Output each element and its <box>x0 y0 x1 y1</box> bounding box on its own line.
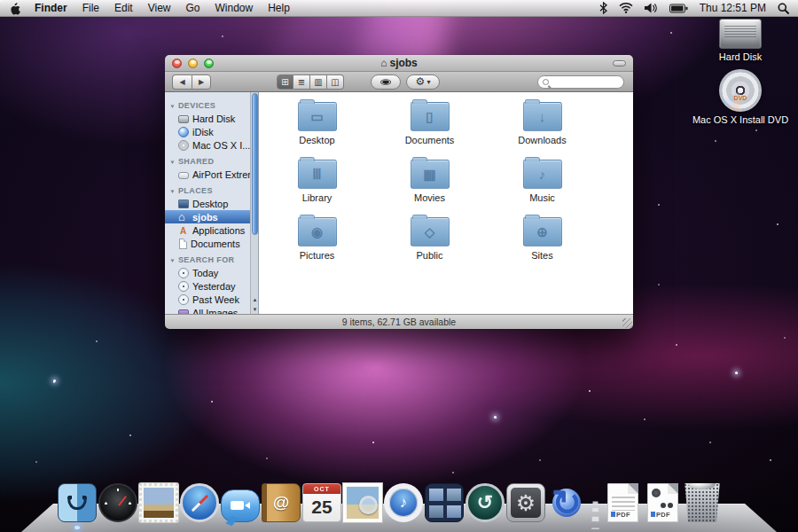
software-update-dock-icon[interactable]: ↻ <box>547 483 586 522</box>
disclosure-triangle-icon[interactable]: ▼ <box>169 257 176 262</box>
desktop-icon-label: Hard Disk <box>688 51 793 62</box>
folder-movies[interactable]: ▦Movies <box>373 157 486 215</box>
sidebar-item-all-images[interactable]: All Images <box>165 306 250 314</box>
system-preferences-dock-icon[interactable]: ⚙ <box>506 483 545 522</box>
wifi-icon[interactable] <box>619 3 633 13</box>
menu-finder[interactable]: Finder <box>35 2 67 14</box>
back-button[interactable] <box>172 74 192 90</box>
menu-help[interactable]: Help <box>268 2 290 14</box>
status-bar: 9 items, 62.71 GB available <box>165 314 633 329</box>
scroll-down-arrow[interactable]: ▼ <box>253 307 258 312</box>
preview-dock-icon[interactable] <box>343 483 382 522</box>
folder-documents[interactable]: ▯Documents <box>373 99 486 157</box>
itunes-dock-icon[interactable]: ♪ <box>384 483 423 522</box>
icon-view-button[interactable] <box>277 74 293 90</box>
trash-dock-icon[interactable] <box>684 483 721 522</box>
pdf-document-1-decoration <box>612 497 635 511</box>
bluetooth-icon[interactable] <box>599 2 607 14</box>
menu-bar-clock[interactable]: Thu 12:51 PM <box>700 2 766 14</box>
menu-go[interactable]: Go <box>186 2 200 14</box>
folder-sites[interactable]: ⊕Sites <box>486 215 598 272</box>
pdf-document-1-dock-icon[interactable]: PDF <box>607 483 638 522</box>
toolbar-toggle-button[interactable] <box>613 60 626 66</box>
address-book-dock-icon[interactable]: @ <box>262 483 301 522</box>
sites-emblem-icon: ⊕ <box>536 224 548 240</box>
dvd-disc-icon: DVD <box>719 69 762 112</box>
menu-bar: Finder FileEditViewGoWindowHelp Thu 12:5… <box>0 0 798 17</box>
dock: @OCT25♪↺⚙↻PDFPDF <box>0 468 798 532</box>
document-icon <box>179 239 187 249</box>
coverflow-view-button[interactable] <box>327 74 344 90</box>
resize-grip[interactable] <box>622 318 632 328</box>
mail-dock-icon[interactable] <box>139 483 178 522</box>
column-view-button[interactable] <box>310 74 327 90</box>
folder-label: Desktop <box>261 135 373 145</box>
spotlight-icon[interactable] <box>778 3 789 14</box>
menu-file[interactable]: File <box>82 2 99 14</box>
search-field[interactable] <box>537 75 624 89</box>
folder-pictures[interactable]: ◉Pictures <box>261 215 373 272</box>
folder-library[interactable]: ⅢLibrary <box>261 157 373 215</box>
music-emblem-icon: ♪ <box>539 167 546 182</box>
ical-dock-icon[interactable]: OCT25 <box>302 483 341 522</box>
sidebar-scrollbar[interactable]: ▲ ▼ <box>250 92 258 314</box>
time-machine-dock-icon[interactable]: ↺ <box>466 483 505 522</box>
dashboard-dock-icon[interactable] <box>98 483 137 522</box>
menu-edit[interactable]: Edit <box>114 2 133 14</box>
ichat-dock-icon[interactable] <box>221 489 260 522</box>
safari-dock-icon[interactable] <box>180 483 219 522</box>
scrollbar-thumb[interactable] <box>252 93 258 235</box>
menu-window[interactable]: Window <box>215 2 254 14</box>
home-icon <box>178 212 189 223</box>
folder-desktop[interactable]: ▭Desktop <box>261 99 373 157</box>
system-preferences-glyph: ⚙ <box>507 484 544 521</box>
folder-label: Public <box>373 250 486 261</box>
battery-icon[interactable] <box>669 4 688 13</box>
sidebar-item-sjobs[interactable]: sjobs <box>165 210 250 223</box>
sidebar-item-desktop[interactable]: Desktop <box>165 197 250 210</box>
pdf-document-2-dock-icon[interactable]: PDF <box>647 483 678 522</box>
time-machine-glyph: ↺ <box>468 486 502 520</box>
desktop-icons: Hard Disk DVD Mac OS X Install DVD <box>688 19 793 132</box>
pictures-emblem-icon: ◉ <box>311 224 323 240</box>
sidebar-item-airport-extreme[interactable]: AirPort Extreme <box>165 168 250 181</box>
view-mode-control <box>277 74 344 90</box>
quick-look-button[interactable] <box>371 74 401 90</box>
file-view: ▭Desktop▯Documents↓DownloadsⅢLibrary▦Mov… <box>259 92 633 314</box>
desktop-icon-hard-disk[interactable]: Hard Disk <box>688 19 793 62</box>
sidebar-item-documents[interactable]: Documents <box>165 237 250 250</box>
folder-music[interactable]: ♪Music <box>486 157 598 215</box>
action-menu-button[interactable] <box>406 74 440 90</box>
apple-menu[interactable] <box>9 2 20 15</box>
sidebar-item-applications[interactable]: Applications <box>165 223 250 237</box>
folder-public[interactable]: ◇Public <box>373 215 486 272</box>
software-update-glyph: ↻ <box>547 483 586 522</box>
disclosure-triangle-icon[interactable]: ▼ <box>169 159 176 164</box>
sidebar-item-idisk[interactable]: iDisk <box>165 125 250 138</box>
search-input[interactable] <box>549 77 611 87</box>
window-title-bar[interactable]: ⌂sjobs <box>165 55 633 72</box>
bright-star <box>735 372 738 374</box>
sidebar-item-yesterday[interactable]: Yesterday <box>165 279 250 293</box>
sidebar-item-today[interactable]: Today <box>165 266 250 279</box>
folder-downloads[interactable]: ↓Downloads <box>486 99 598 157</box>
clock-icon <box>178 268 189 278</box>
forward-button[interactable] <box>192 74 211 90</box>
scroll-up-arrow[interactable]: ▲ <box>253 297 258 302</box>
sidebar-item-past-week[interactable]: Past Week <box>165 293 250 306</box>
folder-icon: ▯ <box>411 102 450 131</box>
bright-star <box>494 416 497 419</box>
finder-dock-icon[interactable] <box>58 483 97 522</box>
desktop-icon-install-dvd[interactable]: DVD Mac OS X Install DVD <box>688 69 793 125</box>
sidebar-item-hard-disk[interactable]: Hard Disk <box>165 112 250 125</box>
spaces-dock-icon[interactable] <box>425 483 464 522</box>
downloads-emblem-icon: ↓ <box>539 109 546 124</box>
disclosure-triangle-icon[interactable]: ▼ <box>169 188 176 193</box>
idisk-sphere-icon <box>178 127 189 137</box>
list-view-button[interactable] <box>293 74 310 90</box>
volume-icon[interactable] <box>645 3 658 13</box>
disclosure-triangle-icon[interactable]: ▼ <box>169 103 176 108</box>
sidebar-item-mac-os-x-i[interactable]: Mac OS X I... <box>165 138 250 152</box>
sidebar-section-title: DEVICES <box>178 101 215 110</box>
menu-view[interactable]: View <box>148 2 171 14</box>
